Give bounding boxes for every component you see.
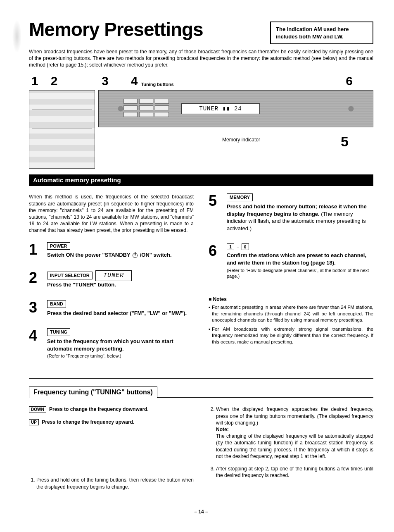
stereo-stack-illustration [29, 90, 95, 169]
power-icon [133, 253, 138, 258]
up-box: UP [29, 419, 39, 426]
tuner-lcd-inline: TUNER [95, 270, 132, 281]
step-6-number: 6 [209, 243, 222, 279]
step-4-text: Set to the frequency from which you want… [47, 338, 194, 352]
tuner-lcd: TUNER ▮▮ 24 [181, 103, 260, 114]
freq-left-column: DOWN Press to change the frequency downw… [29, 406, 194, 496]
step-1-text-a: Switch ON the power "STANDBY [47, 252, 132, 258]
step-1: 1 POWER Switch ON the power "STANDBY /ON… [29, 242, 194, 259]
button-cluster-illustration [123, 99, 169, 117]
tuning-label: TUNING [47, 328, 70, 336]
step-1-text-b: /ON" switch. [138, 252, 172, 258]
step-5-number: 5 [209, 193, 222, 232]
box-1: 1 [227, 243, 234, 250]
divider [29, 378, 373, 379]
page-title: Memory Presettings [29, 17, 270, 42]
step-6-sub: (Refer to "How to designate preset chann… [227, 267, 373, 280]
power-label: POWER [47, 242, 70, 250]
header-row: Memory Presettings The indication AM use… [29, 17, 373, 44]
page-number: – 14 – [29, 508, 373, 515]
down-box: DOWN [29, 406, 46, 413]
intro-paragraph: When broadcast frequencies have been pre… [29, 48, 373, 69]
step-4: 4 TUNING Set to the frequency from which… [29, 328, 194, 359]
callout-3: 3 [102, 73, 109, 90]
down-line: DOWN Press to change the frequency downw… [29, 406, 194, 413]
step-1-text: Switch ON the power "STANDBY /ON" switch… [47, 251, 194, 259]
note-label: Note: [216, 427, 229, 432]
note-2: For AM broadcasts with extremely strong … [209, 326, 373, 346]
scan-artifact [12, 20, 21, 53]
step-3-number: 3 [29, 300, 42, 317]
freq-columns: DOWN Press to change the frequency downw… [29, 406, 373, 496]
tuning-step-3: After stopping at step 2, tap one of the… [216, 465, 373, 479]
tuner-face-illustration: TUNER ▮▮ 24 [98, 90, 373, 127]
step-3-text: Press the desired band selector ("FM", "… [47, 310, 194, 317]
up-text: Press to change the frequency upward. [42, 419, 134, 425]
channel-range-boxes: 1 – 0 [227, 243, 249, 250]
callout-1: 1 [31, 73, 38, 90]
callout-6: 6 [346, 73, 353, 90]
tuning-list-left: Press and hold one of the tuning buttons… [29, 477, 194, 490]
note-2-text: For AM broadcasts with extremely strong … [212, 326, 373, 346]
step-6-text: Confirm the stations which are preset to… [227, 252, 373, 266]
band-label: BAND [47, 300, 66, 308]
tuner-column: 3 4 Tuning buttons 6 TUNER ▮▮ 24 Memory … [98, 73, 373, 169]
down-text: Press to change the frequency downward. [49, 406, 149, 412]
auto-intro: When this method is used, the frequencie… [29, 193, 194, 234]
freq-right-column: When the displayed frequency approaches … [209, 406, 373, 496]
step-5: 5 MEMORY Press and hold the memory butto… [209, 193, 373, 232]
step-4-number: 4 [29, 328, 42, 359]
note-1-text: For automatic presetting in areas where … [212, 304, 373, 324]
tuning-step-2: When the displayed frequency approaches … [216, 406, 373, 460]
box-0: 0 [242, 243, 249, 250]
memory-label: MEMORY [227, 193, 253, 201]
callout-row-left: 1 2 [29, 73, 95, 90]
am-note-box: The indication AM used here includes bot… [270, 21, 373, 44]
frequency-tuning-heading: Frequency tuning ("TUNING" buttons) [29, 386, 157, 398]
callout-5: 5 [341, 132, 349, 151]
dash: – [237, 243, 239, 250]
callout-2: 2 [51, 73, 58, 90]
step-6: 6 1 – 0 Confirm the stations which are p… [209, 243, 373, 279]
auto-preset-columns: When this method is used, the frequencie… [29, 193, 373, 370]
notes-heading: Notes [209, 296, 373, 303]
step-3: 3 BAND Press the desired band selector (… [29, 300, 194, 317]
input-selector-label: INPUT SELECTOR [47, 272, 93, 279]
up-line: UP Press to change the frequency upward. [29, 419, 194, 426]
memory-indicator-label: Memory indicator [222, 136, 260, 151]
tuning-buttons-label: Tuning buttons [141, 81, 173, 88]
step-1-number: 1 [29, 242, 42, 259]
note-1: For automatic presetting in areas where … [209, 304, 373, 324]
diagram: 1 2 3 4 Tuning buttons 6 TUNER ▮▮ 24 Mem… [29, 73, 373, 169]
tuning-step-2b: The changing of the displayed frequency … [216, 433, 373, 459]
tuning-step-1: Press and hold one of the tuning buttons… [36, 477, 194, 490]
right-column: 5 MEMORY Press and hold the memory butto… [209, 193, 373, 370]
tuning-list-right: When the displayed frequency approaches … [209, 406, 373, 479]
tuning-step-2a: When the displayed frequency approaches … [216, 406, 373, 425]
step-5-text: Press and hold the memory button; releas… [227, 203, 373, 232]
callout-row-right: 3 4 Tuning buttons 6 [98, 73, 373, 90]
step-2-number: 2 [29, 270, 42, 289]
callout-4: 4 [131, 73, 138, 90]
frequency-tuning-heading-wrap: Frequency tuning ("TUNING" buttons) [29, 386, 373, 398]
step-2-text: Press the "TUNER" button. [47, 281, 194, 289]
memory-indicator-row: Memory indicator 5 [98, 136, 373, 151]
left-column: When this method is used, the frequencie… [29, 193, 194, 370]
step-4-sub: (Refer to "Frequency tuning", below.) [47, 353, 194, 359]
section-heading-automatic: Automatic memory presetting [29, 174, 373, 186]
stereo-stack-column: 1 2 [29, 73, 95, 169]
step-2: 2 INPUT SELECTOR TUNER Press the "TUNER"… [29, 270, 194, 289]
